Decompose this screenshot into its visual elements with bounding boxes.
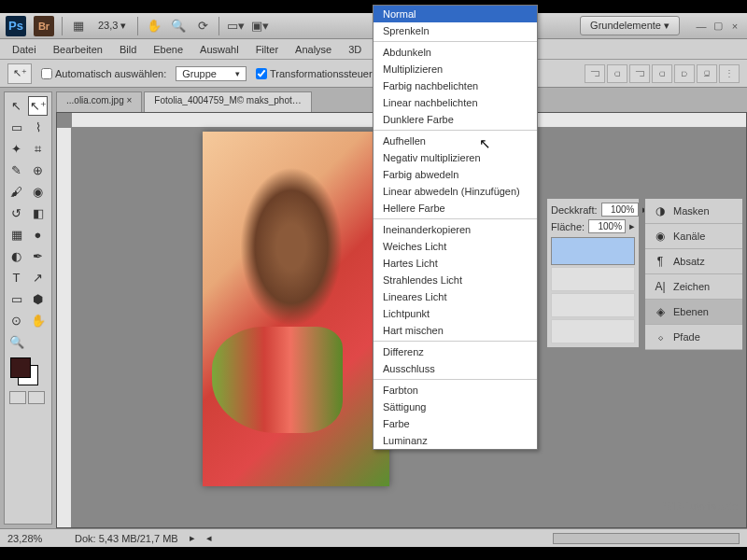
workspace-selector[interactable]: Grundelemente ▾ bbox=[580, 16, 680, 35]
mode-hellere-farbe[interactable]: Hellere Farbe bbox=[374, 200, 537, 217]
status-zoom[interactable]: 23,28% bbox=[7, 533, 63, 544]
stamp-tool[interactable]: ◉ bbox=[28, 182, 48, 202]
mode-normal[interactable]: Normal bbox=[374, 6, 537, 22]
menu-bearbeiten[interactable]: Bearbeiten bbox=[45, 41, 111, 58]
type-tool[interactable]: T bbox=[7, 268, 26, 287]
pen-tool[interactable]: ✒ bbox=[28, 246, 48, 266]
quickmask-off[interactable] bbox=[9, 391, 26, 404]
align-5[interactable]: ⫐ bbox=[674, 64, 695, 83]
layer-extra1[interactable] bbox=[551, 293, 635, 317]
eraser-tool[interactable]: ◧ bbox=[28, 203, 48, 223]
brush-tool[interactable]: 🖌 bbox=[7, 182, 26, 202]
dodge-tool[interactable]: ◐ bbox=[7, 246, 26, 266]
mode-dunklere-farbe[interactable]: Dunklere Farbe bbox=[374, 111, 537, 128]
dock-ebenen[interactable]: ◈Ebenen bbox=[645, 300, 742, 325]
color-swatches[interactable] bbox=[7, 357, 48, 387]
wand-tool[interactable]: ✦ bbox=[7, 139, 26, 159]
hand-icon[interactable]: ✋ bbox=[146, 18, 162, 35]
dock-pfade[interactable]: ⬦Pfade bbox=[645, 325, 742, 350]
move-tool[interactable]: ↖ bbox=[7, 96, 26, 116]
layer-selected[interactable] bbox=[551, 237, 635, 265]
align-4[interactable]: ⫏ bbox=[652, 64, 672, 83]
auto-select-checkbox[interactable]: Automatisch auswählen: bbox=[41, 68, 166, 79]
mode-hart-mischen[interactable]: Hart mischen bbox=[374, 322, 537, 339]
fill-input[interactable] bbox=[588, 219, 626, 233]
align-3[interactable]: ⫎ bbox=[629, 64, 650, 83]
flyout-icon-2[interactable]: ▸ bbox=[629, 220, 635, 232]
menu-analyse[interactable]: Analyse bbox=[287, 41, 340, 58]
history-brush-tool[interactable]: ↺ bbox=[7, 203, 26, 223]
shape-tool[interactable]: ▭ bbox=[7, 289, 26, 309]
tab-2[interactable]: Fotolia_4004759_M© maks_photo - Fotolia.… bbox=[144, 91, 312, 112]
mode-weiches-licht[interactable]: Weiches Licht bbox=[374, 238, 537, 255]
move-tool-icon[interactable]: ↖⁺ bbox=[7, 63, 32, 84]
mode-farbe[interactable]: Farbe bbox=[374, 415, 537, 432]
mode-farbton[interactable]: Farbton bbox=[374, 382, 537, 399]
dock-kanaele[interactable]: ◉Kanäle bbox=[645, 224, 742, 249]
align-6[interactable]: ⫑ bbox=[697, 64, 717, 83]
layer-extra2[interactable] bbox=[551, 319, 635, 343]
mode-multiplizieren[interactable]: Multiplizieren bbox=[374, 61, 537, 77]
mode-ausschluss[interactable]: Ausschluss bbox=[374, 360, 537, 377]
blur-tool[interactable]: ● bbox=[28, 225, 48, 245]
mode-linear-abwedeln[interactable]: Linear abwedeln (Hinzufügen) bbox=[374, 183, 537, 200]
crop-tool[interactable]: ⌗ bbox=[28, 139, 48, 159]
mode-lineares-licht[interactable]: Lineares Licht bbox=[374, 288, 537, 305]
mode-saettigung[interactable]: Sättigung bbox=[374, 399, 537, 415]
zoom-level[interactable]: 23,3 ▾ bbox=[94, 20, 130, 32]
launch-icon[interactable]: ▦ bbox=[70, 18, 87, 35]
layer-bg[interactable] bbox=[551, 267, 635, 291]
align-7[interactable]: ⋮ bbox=[719, 64, 740, 83]
dock-zeichen[interactable]: A|Zeichen bbox=[645, 274, 742, 300]
mode-farbig-nachbelichten[interactable]: Farbig nachbelichten bbox=[374, 77, 537, 94]
screen-mode-icon[interactable]: ▣▾ bbox=[251, 18, 268, 35]
3d-cam-tool[interactable]: ⊙ bbox=[7, 311, 26, 330]
hand-tool[interactable]: ✋ bbox=[28, 311, 48, 330]
menu-auswahl[interactable]: Auswahl bbox=[191, 41, 247, 58]
mode-lichtpunkt[interactable]: Lichtpunkt bbox=[374, 305, 537, 322]
zoom-tool[interactable]: 🔍 bbox=[7, 332, 26, 352]
photoshop-logo-icon[interactable]: Ps bbox=[6, 16, 26, 36]
eyedropper-tool[interactable]: ✎ bbox=[7, 161, 26, 180]
path-tool[interactable]: ↗ bbox=[28, 268, 48, 287]
opacity-input[interactable] bbox=[601, 203, 639, 217]
mode-hartes-licht[interactable]: Hartes Licht bbox=[374, 255, 537, 272]
align-1[interactable]: ⫎ bbox=[585, 64, 605, 83]
move-tool-sel[interactable]: ↖⁺ bbox=[28, 96, 48, 116]
zoom-icon[interactable]: 🔍 bbox=[170, 18, 187, 35]
arrange-icon[interactable]: ▭▾ bbox=[227, 18, 244, 35]
transform-controls-checkbox[interactable]: Transformationssteuer bbox=[256, 68, 373, 79]
heal-tool[interactable]: ⊕ bbox=[28, 161, 48, 180]
mode-abdunkeln[interactable]: Abdunkeln bbox=[374, 44, 537, 61]
quickmask-on[interactable] bbox=[28, 391, 45, 404]
lasso-tool[interactable]: ⌇ bbox=[28, 118, 48, 137]
canvas-image[interactable] bbox=[203, 132, 389, 486]
mode-sprenkeln[interactable]: Sprenkeln bbox=[374, 22, 537, 39]
menu-bild[interactable]: Bild bbox=[111, 41, 145, 58]
menu-3d[interactable]: 3D bbox=[340, 41, 370, 58]
marquee-tool[interactable]: ▭ bbox=[7, 118, 26, 137]
mode-farbig-abwedeln[interactable]: Farbig abwedeln bbox=[374, 166, 537, 183]
mode-differenz[interactable]: Differenz bbox=[374, 343, 537, 360]
mode-ineinanderkopieren[interactable]: Ineinanderkopieren bbox=[374, 221, 537, 238]
dock-masken[interactable]: ◑Masken bbox=[645, 199, 742, 224]
close-icon[interactable]: × bbox=[728, 20, 741, 33]
scroll-left-icon[interactable]: ◂ bbox=[206, 532, 212, 544]
mode-negativ-multiplizieren[interactable]: Negativ multiplizieren bbox=[374, 149, 537, 166]
maximize-icon[interactable]: ▢ bbox=[712, 20, 725, 33]
rotate-icon[interactable]: ⟳ bbox=[194, 18, 211, 35]
tab-1[interactable]: ...olia.com.jpg × bbox=[56, 91, 142, 112]
menu-filter[interactable]: Filter bbox=[247, 41, 287, 58]
dock-absatz[interactable]: ¶Absatz bbox=[645, 249, 742, 274]
h-scrollbar[interactable] bbox=[553, 533, 740, 544]
mode-linear-nachbelichten[interactable]: Linear nachbelichten bbox=[374, 94, 537, 111]
mode-strahlendes-licht[interactable]: Strahlendes Licht bbox=[374, 272, 537, 288]
mode-luminanz[interactable]: Luminanz bbox=[374, 432, 537, 449]
bridge-logo-icon[interactable]: Br bbox=[34, 16, 54, 36]
menu-ebene[interactable]: Ebene bbox=[145, 41, 191, 58]
minimize-icon[interactable]: — bbox=[695, 20, 708, 33]
menu-datei[interactable]: Datei bbox=[4, 41, 45, 58]
mode-aufhellen[interactable]: Aufhellen bbox=[374, 133, 537, 149]
align-2[interactable]: ⫏ bbox=[607, 64, 627, 83]
gradient-tool[interactable]: ▦ bbox=[7, 225, 26, 245]
